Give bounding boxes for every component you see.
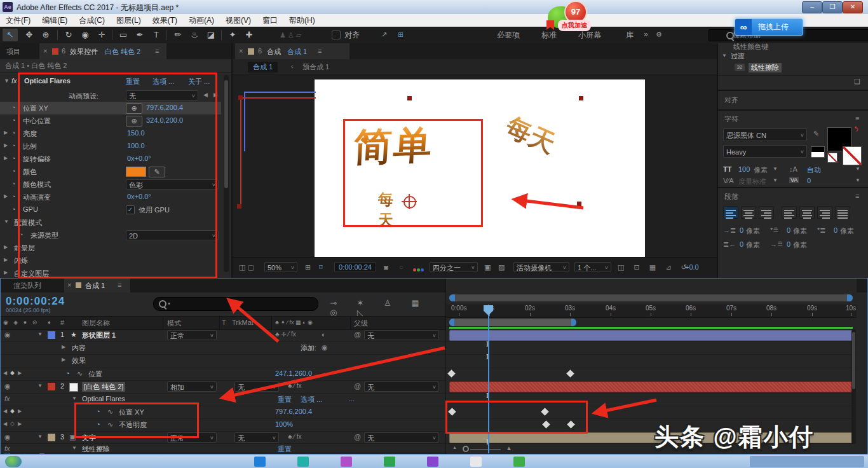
prev-keyframe-icon[interactable]: ◀ bbox=[3, 370, 7, 376]
stopwatch-icon[interactable]: ◔ bbox=[11, 155, 16, 162]
justify-all-button[interactable] bbox=[835, 206, 850, 219]
workspace-essentials[interactable]: 必要项 bbox=[497, 30, 520, 41]
taskbar-icon[interactable] bbox=[254, 457, 266, 467]
mode-header[interactable]: 模式 bbox=[167, 319, 181, 328]
timeline-toggle-icons[interactable]: ⊸ ✶ ♙ ▦ ◎ ◺ bbox=[330, 298, 445, 317]
font-family-dropdown[interactable]: 思源黑体 CN˅ bbox=[723, 128, 807, 141]
taskbar-icon[interactable] bbox=[427, 457, 438, 467]
transparency-grid-icon[interactable]: ▨ bbox=[498, 263, 505, 272]
snap-checkbox[interactable] bbox=[332, 31, 341, 39]
property-row[interactable]: ▶ ◔ 比例 100.0 bbox=[0, 140, 221, 153]
panel-corner-icon[interactable]: ❏ bbox=[854, 78, 860, 86]
taskbar-icon[interactable] bbox=[297, 457, 309, 467]
expand-icon[interactable]: ▼ bbox=[37, 331, 43, 337]
align-right-button[interactable] bbox=[759, 206, 774, 219]
next-keyframe-icon[interactable]: ▶ bbox=[18, 421, 22, 427]
puppet-pin-tool-icon[interactable]: ✚ bbox=[241, 29, 257, 41]
stopwatch-icon[interactable]: ◔ bbox=[11, 180, 16, 188]
expand-icon[interactable]: ▼ bbox=[4, 219, 9, 224]
parent-pickwhip-icon[interactable]: @ bbox=[354, 331, 361, 338]
property-row[interactable]: ◀ ◆ ▶ ◔ ∿ 位置 XY 797.6,200.4 bbox=[1, 406, 445, 418]
tab-render-queue[interactable]: 渲染队列 bbox=[13, 281, 41, 291]
graph-editor-icon[interactable]: ∿ bbox=[77, 369, 83, 378]
layer-name[interactable]: 形状图层 1 bbox=[82, 331, 116, 340]
source-type-dropdown[interactable]: 2D˅ bbox=[126, 230, 219, 240]
effect-name[interactable]: Optical Flares bbox=[24, 77, 71, 85]
dropdown-caret[interactable]: ▼ bbox=[773, 166, 778, 172]
expand-icon[interactable]: ▼ bbox=[37, 383, 43, 389]
stopwatch-icon[interactable]: ◔ bbox=[11, 129, 16, 137]
menu-help[interactable]: 帮助(H) bbox=[289, 16, 315, 25]
workspace-gear-icon[interactable]: ⚙ bbox=[656, 31, 662, 39]
brush-tool-icon[interactable]: ✏ bbox=[170, 29, 186, 41]
justify-last-right-button[interactable] bbox=[817, 206, 832, 219]
mask-visibility-icon[interactable]: ⌑ bbox=[319, 263, 323, 272]
eyedropper-icon[interactable]: ✎ bbox=[813, 130, 819, 138]
property-value[interactable]: 0x+0.0° bbox=[127, 193, 151, 200]
property-label[interactable]: 不透明度 bbox=[119, 420, 147, 430]
multi-view-icons[interactable]: ◫ ▢ bbox=[239, 263, 254, 272]
lock-icon[interactable]: 6 bbox=[258, 47, 262, 55]
menu-composition[interactable]: 合成(C) bbox=[79, 16, 105, 25]
booster-tooltip[interactable]: 点我加速 bbox=[558, 20, 591, 31]
stopwatch-icon[interactable]: ◔ bbox=[11, 167, 16, 175]
menu-file[interactable]: 文件(F) bbox=[6, 16, 31, 25]
preset-next-icon[interactable]: ▶ bbox=[214, 92, 218, 98]
property-label[interactable]: 位置 bbox=[88, 369, 102, 379]
stopwatch-icon[interactable]: ◔ bbox=[65, 369, 70, 377]
tab-project[interactable]: 项目 bbox=[6, 47, 20, 57]
eraser-tool-icon[interactable]: ◪ bbox=[203, 29, 219, 41]
preset-prev-icon[interactable]: ◀ bbox=[203, 92, 208, 98]
region-of-interest-icon[interactable]: ▣ bbox=[484, 263, 491, 272]
expand-icon[interactable]: ▶ bbox=[4, 270, 8, 275]
menu-window[interactable]: 窗口 bbox=[262, 16, 278, 25]
property-row[interactable]: ◔ 颜色 ✎ bbox=[0, 165, 221, 178]
graph-editor-icon[interactable]: ∿ bbox=[107, 420, 113, 429]
align-left-button[interactable] bbox=[723, 206, 738, 219]
taskbar-icon[interactable] bbox=[470, 457, 482, 467]
indent-right-value[interactable]: 0 bbox=[740, 240, 743, 248]
eye-icon[interactable]: ◉ bbox=[4, 433, 11, 441]
trkmat-header[interactable]: TrkMat bbox=[232, 319, 254, 326]
expand-icon[interactable]: ▶ bbox=[4, 155, 8, 161]
view-layout-dropdown[interactable]: 1 个...˅ bbox=[574, 262, 611, 272]
grid-guides-icon[interactable]: ⊞ bbox=[305, 263, 311, 272]
layer-name-header[interactable]: 图层名称 bbox=[82, 319, 110, 328]
effect-row[interactable]: fx ▼ Optical Flares 重置 选项 ... ... bbox=[1, 393, 445, 406]
tab-composition[interactable]: × 6 合成 合成 1 ≡ bbox=[235, 43, 349, 59]
stroke-color-swatch[interactable] bbox=[843, 146, 862, 165]
playhead-line[interactable] bbox=[488, 305, 489, 453]
drag-upload-button[interactable]: ∞ 拖拽上传 bbox=[735, 18, 803, 36]
layer-name[interactable]: [白色 纯色 2] bbox=[82, 382, 125, 392]
property-value[interactable]: 247.1,260.0 bbox=[275, 369, 312, 377]
indent-left-value[interactable]: 0 bbox=[740, 226, 743, 234]
parent-header[interactable]: 父级 bbox=[354, 319, 368, 328]
color-mode-dropdown[interactable]: 色彩˅ bbox=[126, 179, 219, 189]
start-button[interactable] bbox=[5, 456, 22, 467]
eye-icon[interactable]: ◉ bbox=[4, 382, 11, 390]
layer-handle[interactable] bbox=[577, 202, 581, 206]
restore-button[interactable]: ❐ bbox=[822, 1, 843, 13]
property-value[interactable]: 797.6,200.4 bbox=[146, 104, 183, 111]
layer-switches[interactable]: ♣ ✛ ⁄ fx bbox=[275, 331, 296, 338]
trkmat-dropdown[interactable]: 无˅ bbox=[234, 432, 279, 443]
next-keyframe-icon[interactable]: ▶ bbox=[18, 408, 22, 414]
tracking-value[interactable]: 0 bbox=[807, 177, 811, 184]
expand-icon[interactable]: ▼ bbox=[722, 53, 727, 59]
expand-icon[interactable]: ▼ bbox=[72, 445, 77, 451]
parent-dropdown[interactable]: 无˅ bbox=[364, 382, 439, 392]
menu-layer[interactable]: 图层(L) bbox=[116, 16, 141, 25]
blend-mode-dropdown[interactable]: 正常˅ bbox=[167, 432, 217, 443]
color-swatch[interactable] bbox=[126, 167, 146, 177]
show-snapshot-icon[interactable]: ○ bbox=[399, 263, 403, 271]
dropdown-caret[interactable]: ▼ bbox=[855, 177, 860, 183]
menu-effect[interactable]: 效果(T) bbox=[153, 16, 177, 25]
align-center-button[interactable] bbox=[741, 206, 756, 219]
magnification-dropdown[interactable]: 50%˅ bbox=[264, 262, 297, 272]
tab-close-icon[interactable]: × bbox=[239, 47, 243, 55]
gpu-checkbox[interactable]: ✓ bbox=[126, 205, 135, 214]
resolution-dropdown[interactable]: 四分之一˅ bbox=[430, 262, 478, 272]
layer-handle[interactable] bbox=[407, 96, 412, 100]
exposure-value[interactable]: +0.0 bbox=[685, 263, 699, 271]
property-value[interactable]: 0x+0.0° bbox=[127, 155, 151, 162]
